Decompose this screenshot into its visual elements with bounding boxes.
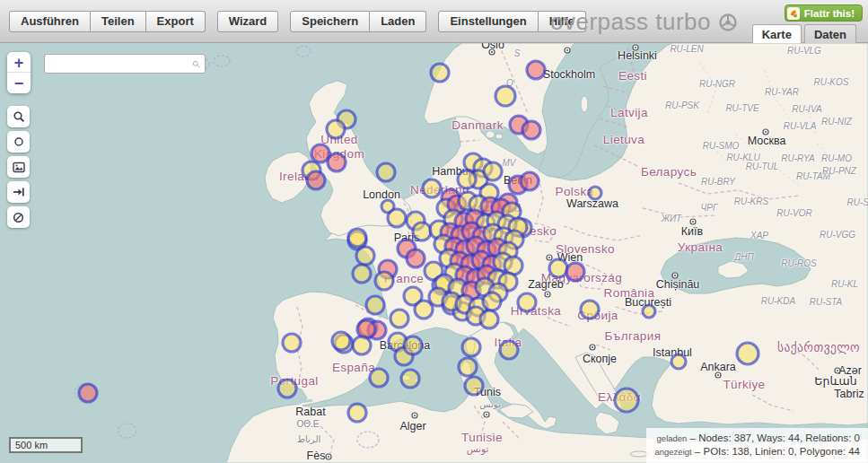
toolbar-button-group: AusführenTeilenExport bbox=[9, 11, 206, 32]
tab-karte[interactable]: Karte bbox=[752, 24, 802, 45]
status-overlay: geladen – Nodes: 387, Ways: 44, Relation… bbox=[646, 428, 868, 463]
status-prefix: geladen bbox=[657, 433, 688, 443]
toolbar-button-einstellungen[interactable]: Einstellungen bbox=[438, 11, 538, 32]
view-tabs: KarteDaten bbox=[752, 24, 856, 45]
toolbar-button-speichern[interactable]: Speichern bbox=[290, 11, 370, 32]
circle-icon bbox=[13, 136, 24, 147]
toolbar-button-group: SpeichernLaden bbox=[290, 11, 426, 32]
zoom-out-button[interactable]: − bbox=[7, 73, 31, 93]
status-text: – POIs: 138, Linien: 0, Polygone: 44 bbox=[692, 446, 860, 457]
status-text: – Nodes: 387, Ways: 44, Relations: 0 bbox=[687, 432, 860, 443]
tab-daten[interactable]: Daten bbox=[804, 24, 856, 45]
helm-icon bbox=[717, 12, 739, 33]
toolbar-button-export[interactable]: Export bbox=[146, 11, 206, 32]
app-title-text: overpass turbo bbox=[550, 8, 711, 36]
cancel-icon bbox=[13, 212, 24, 223]
map-tool-goto-location-button[interactable] bbox=[7, 181, 30, 203]
flattr-label: Flattr this! bbox=[804, 8, 855, 19]
image-icon bbox=[13, 162, 25, 173]
flattr-icon bbox=[787, 7, 800, 20]
overpass-turbo-app: AusführenTeilenExportWizardSpeichernLade… bbox=[0, 0, 868, 463]
toolbar-button-ausf-hren[interactable]: Ausführen bbox=[9, 11, 91, 32]
app-title: overpass turbo bbox=[550, 8, 739, 36]
flattr-button[interactable]: Flattr this! bbox=[785, 4, 863, 22]
map-base-layer bbox=[0, 43, 868, 463]
toolbar: AusführenTeilenExportWizardSpeichernLade… bbox=[0, 0, 868, 43]
toolbar-button-teilen[interactable]: Teilen bbox=[91, 11, 146, 32]
map-tool-image-export-button[interactable] bbox=[7, 156, 30, 178]
scale-bar: 500 km bbox=[9, 437, 83, 453]
map-tool-zoom-to-data-button[interactable] bbox=[7, 106, 30, 127]
map-tool-clear-button[interactable] bbox=[7, 206, 30, 228]
toolbar-button-wizard[interactable]: Wizard bbox=[217, 11, 279, 32]
zoom-in-button[interactable]: + bbox=[7, 52, 31, 73]
map[interactable]: UnitedKingdomIrelandDanmarkNederlandDeut… bbox=[0, 43, 868, 463]
search-box bbox=[44, 54, 206, 74]
map-tool-locate-button[interactable] bbox=[7, 131, 30, 153]
map-tool-column bbox=[7, 106, 30, 228]
status-prefix: angezeigt bbox=[654, 447, 691, 457]
search-icon bbox=[192, 58, 200, 70]
magnifier-icon bbox=[13, 110, 25, 123]
zoom-control: + − bbox=[7, 52, 31, 93]
scale-label: 500 km bbox=[15, 440, 48, 450]
toolbar-button-groups: AusführenTeilenExportWizardSpeichernLade… bbox=[9, 11, 586, 32]
goto-arrow-icon bbox=[13, 187, 25, 197]
toolbar-button-group: Wizard bbox=[217, 11, 279, 32]
search-input[interactable] bbox=[49, 56, 192, 72]
toolbar-button-laden[interactable]: Laden bbox=[370, 11, 426, 32]
status-line: geladen – Nodes: 387, Ways: 44, Relation… bbox=[654, 432, 860, 445]
status-line: angezeigt – POIs: 138, Linien: 0, Polygo… bbox=[654, 445, 860, 459]
